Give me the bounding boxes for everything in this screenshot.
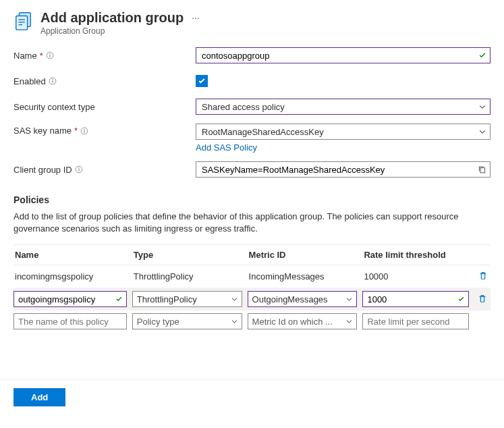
policies-title: Policies	[13, 194, 491, 205]
chevron-down-icon	[478, 103, 486, 111]
policy-name: incomingmsgspolicy	[13, 271, 127, 282]
info-icon[interactable]	[80, 127, 88, 135]
blade-header: Add application group Application Group …	[0, 0, 504, 40]
header-type: Type	[132, 250, 242, 260]
policy-metric-select[interactable]: OutgoingMessages	[248, 291, 358, 307]
svg-rect-10	[52, 80, 53, 82]
svg-point-6	[49, 53, 50, 54]
sas-key-name-label: SAS key name*	[13, 124, 196, 136]
policy-rate-input-new[interactable]	[362, 313, 469, 329]
required-star: *	[74, 126, 78, 136]
svg-rect-7	[49, 55, 50, 57]
check-icon	[457, 296, 465, 303]
info-icon[interactable]	[75, 165, 83, 173]
check-icon	[478, 51, 486, 59]
chevron-down-icon	[231, 318, 238, 325]
policy-type-select-new[interactable]: Policy type	[132, 313, 242, 329]
name-label: Name*	[13, 51, 196, 61]
policy-type: ThrottlingPolicy	[132, 271, 242, 282]
app-group-icon	[13, 11, 34, 31]
footer-bar: Add	[0, 379, 504, 414]
chevron-down-icon	[345, 318, 353, 325]
header-metric: Metric ID	[248, 250, 358, 260]
chevron-down-icon	[478, 128, 486, 136]
header-name: Name	[13, 250, 127, 260]
client-group-id-field	[196, 161, 491, 178]
policy-row-editing: ThrottlingPolicy OutgoingMessages	[13, 288, 491, 311]
info-icon[interactable]	[46, 51, 54, 59]
svg-rect-1	[16, 16, 28, 30]
svg-rect-17	[480, 168, 485, 173]
policy-type-select[interactable]: ThrottlingPolicy	[132, 291, 242, 307]
policies-description: Add to the list of group policies that d…	[13, 211, 491, 235]
svg-point-9	[52, 79, 53, 80]
required-star: *	[40, 51, 43, 61]
delete-icon[interactable]	[478, 271, 488, 282]
sas-key-name-select[interactable]: RootManageSharedAccessKey	[196, 124, 491, 140]
policy-rate-input[interactable]	[362, 291, 469, 307]
svg-point-15	[78, 167, 79, 168]
policy-name-input-new[interactable]	[13, 313, 127, 329]
check-icon	[115, 296, 123, 303]
policy-row-new: Policy type Metric Id on which ...	[13, 311, 491, 332]
chevron-down-icon	[345, 296, 353, 303]
delete-icon[interactable]	[478, 294, 487, 305]
enabled-label: Enabled	[13, 76, 196, 86]
add-button[interactable]: Add	[13, 388, 65, 406]
info-icon[interactable]	[49, 77, 57, 85]
page-title: Add application group	[40, 9, 184, 26]
svg-rect-13	[84, 130, 85, 132]
policy-row: incomingmsgspolicy ThrottlingPolicy Inco…	[13, 265, 491, 288]
name-input[interactable]	[196, 47, 491, 63]
chevron-down-icon	[231, 296, 238, 303]
security-context-select[interactable]: Shared access policy	[196, 99, 491, 115]
header-rate: Rate limit threshold	[362, 250, 469, 260]
add-sas-policy-link[interactable]: Add SAS Policy	[196, 142, 257, 153]
policy-name-input[interactable]	[13, 291, 127, 307]
policy-rate: 10000	[362, 271, 469, 282]
more-actions-icon[interactable]: ···	[192, 12, 200, 23]
policy-metric-select-new[interactable]: Metric Id on which ...	[248, 313, 358, 329]
policies-header: Name Type Metric ID Rate limit threshold	[13, 244, 491, 265]
page-subtitle: Application Group	[40, 26, 184, 36]
security-context-label: Security context type	[13, 102, 196, 112]
client-group-id-label: Client group ID	[13, 165, 196, 175]
svg-point-12	[84, 129, 84, 130]
policy-metric: IncomingMessages	[248, 271, 358, 282]
policies-table: Name Type Metric ID Rate limit threshold…	[13, 244, 491, 332]
svg-rect-16	[78, 169, 79, 171]
copy-icon[interactable]	[478, 165, 486, 174]
enabled-checkbox[interactable]	[196, 75, 208, 87]
